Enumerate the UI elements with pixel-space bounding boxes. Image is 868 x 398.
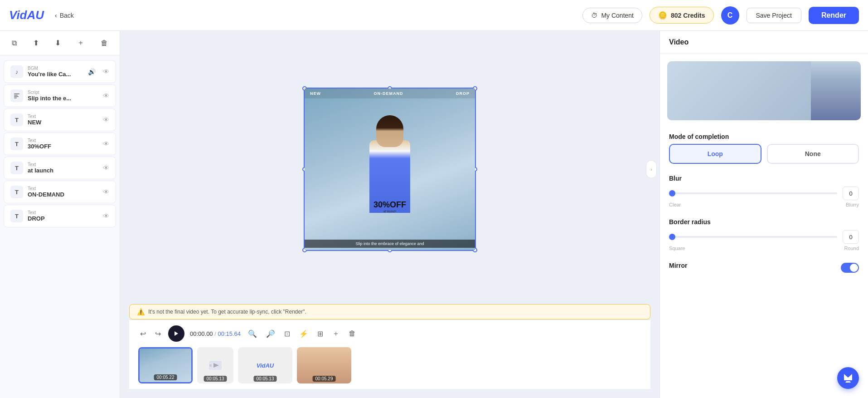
- zoom-in-button[interactable]: 🔎: [264, 328, 277, 340]
- svg-marker-4: [175, 331, 178, 336]
- border-radius-min-label: Square: [669, 246, 685, 251]
- zoom-out-button[interactable]: 🔍: [246, 328, 259, 340]
- layer-item-script[interactable]: Script Slip into the e... 👁: [4, 84, 116, 107]
- delete-clip-button[interactable]: 🗑: [347, 328, 358, 339]
- layer-item-text-launch[interactable]: T Text at launch 👁: [4, 157, 116, 179]
- layer-type-text-drop: Text: [28, 210, 98, 215]
- split-button[interactable]: ⚡: [297, 328, 310, 340]
- border-radius-max-label: Round: [844, 246, 859, 251]
- visibility-icon-text-launch[interactable]: 👁: [103, 164, 109, 172]
- layer-toolbar: ⧉ ⬆ ⬇ ＋ 🗑: [0, 31, 120, 55]
- header-left: VidAU ‹ Back: [9, 8, 74, 22]
- layer-info-text-30off: Text 30%OFF: [28, 138, 98, 150]
- save-project-button[interactable]: Save Project: [747, 8, 801, 23]
- video-thumb-left: [667, 61, 811, 120]
- avatar[interactable]: C: [721, 6, 739, 25]
- layer-info-text-new: Text NEW: [28, 114, 98, 126]
- mode-label: Mode of completion: [660, 128, 868, 144]
- thumbnails: 00:05.22 00:05.13 VidAU 00:05.13 00:: [138, 347, 641, 383]
- play-button[interactable]: [168, 325, 184, 342]
- credits-button[interactable]: 🪙 802 Credits: [650, 7, 713, 24]
- layer-item-text-drop[interactable]: T Text DROP 👁: [4, 205, 116, 227]
- thumb-time-2: 00:05.13: [254, 376, 277, 382]
- visibility-icon-text-30off[interactable]: 👁: [103, 140, 109, 147]
- layer-item-bgm[interactable]: ♪ BGM You're like Ca... 🔊 👁: [4, 60, 116, 83]
- render-button[interactable]: Render: [809, 7, 859, 24]
- back-button[interactable]: ‹ Back: [55, 12, 74, 19]
- border-radius-label: Border radius: [669, 218, 859, 226]
- blur-label: Blur: [669, 175, 859, 182]
- layer-item-text-ondemand[interactable]: T Text ON-DEMAND 👁: [4, 181, 116, 203]
- mirror-toggle[interactable]: [841, 263, 859, 273]
- text-icon-30off: T: [10, 138, 23, 150]
- visibility-icon-text-ondemand[interactable]: 👁: [103, 188, 109, 196]
- warning-bar: ⚠️ It's not the final video yet. To get …: [129, 304, 650, 319]
- thumbnail-2[interactable]: VidAU 00:05.13: [238, 347, 292, 383]
- delete-layer-tool-button[interactable]: 🗑: [98, 36, 111, 50]
- border-radius-range-labels: Square Round: [669, 246, 859, 251]
- video-thumbnail-container: [667, 61, 861, 120]
- add-clip-button[interactable]: ＋: [330, 327, 341, 340]
- canvas-area: › NEW ON-DEMAND DROP: [120, 31, 659, 398]
- border-radius-slider-thumb[interactable]: [669, 234, 675, 240]
- align-down-tool-button[interactable]: ⬇: [52, 36, 63, 50]
- blur-slider-track[interactable]: [669, 192, 837, 194]
- clock-icon: ⏱: [591, 12, 597, 19]
- chat-button[interactable]: [837, 367, 859, 389]
- visibility-icon-text-drop[interactable]: 👁: [103, 212, 109, 220]
- redo-button[interactable]: ↪: [153, 328, 163, 340]
- add-layer-tool-button[interactable]: ＋: [74, 35, 87, 50]
- thumbnail-3[interactable]: 00:05.29: [297, 347, 351, 383]
- svg-rect-3: [14, 98, 17, 98]
- price-display: 30%OFF: [373, 200, 406, 210]
- thumb-time-3: 00:05.29: [313, 376, 336, 382]
- canvas-wrapper: › NEW ON-DEMAND DROP: [129, 40, 650, 299]
- canvas-frame[interactable]: NEW ON-DEMAND DROP 30%: [304, 88, 476, 251]
- text-icon-ondemand: T: [10, 186, 23, 198]
- visibility-icon-text-new[interactable]: 👁: [103, 116, 109, 123]
- thumbnail-0[interactable]: 00:05.22: [138, 347, 193, 383]
- blur-slider-thumb[interactable]: [669, 190, 675, 197]
- thumbnail-1[interactable]: 00:05.13: [197, 347, 233, 383]
- right-panel-header: Video: [660, 31, 868, 54]
- mirror-section: Mirror: [660, 258, 868, 281]
- coin-icon: 🪙: [658, 11, 667, 20]
- main-content: ⧉ ⬆ ⬇ ＋ 🗑 ♪ BGM You're like Ca... 🔊 👁: [0, 31, 868, 398]
- duplicate-tool-button[interactable]: ⧉: [9, 36, 19, 50]
- right-panel: Video Mode of completion Loop None Blur: [659, 31, 868, 398]
- layer-item-text-30off[interactable]: T Text 30%OFF 👁: [4, 133, 116, 155]
- timeline: ↩ ↪ 00:00.00 / 00:15.64 🔍 🔎 ⊡ ⚡ ⊞ ＋ 🗑: [129, 319, 650, 389]
- layer-type-bgm: BGM: [28, 66, 83, 71]
- text-icon-new: T: [10, 113, 23, 126]
- thumb-time-1: 00:05.13: [204, 376, 227, 382]
- layer-name-text-launch: at launch: [28, 167, 98, 174]
- my-content-button[interactable]: ⏱ My Content: [582, 8, 642, 23]
- loop-mode-button[interactable]: Loop: [669, 144, 761, 164]
- align-up-tool-button[interactable]: ⬆: [30, 36, 42, 50]
- layer-info-script: Script Slip into the e...: [28, 90, 98, 102]
- preview-label-ondemand: ON-DEMAND: [373, 91, 403, 96]
- text-icon-launch: T: [10, 162, 23, 174]
- layer-name-text-drop: DROP: [28, 215, 98, 222]
- border-radius-value-display[interactable]: 0: [843, 230, 859, 244]
- preview-label-drop: DROP: [456, 91, 470, 96]
- blur-slider-row: 0: [669, 187, 859, 200]
- layer-name-text-new: NEW: [28, 119, 98, 126]
- logo: VidAU: [9, 8, 44, 22]
- none-mode-button[interactable]: None: [767, 144, 859, 164]
- script-icon: [10, 89, 23, 102]
- visibility-icon-bgm[interactable]: 👁: [103, 68, 109, 75]
- layer-item-text-new[interactable]: T Text NEW 👁: [4, 108, 116, 131]
- border-radius-slider-track[interactable]: [669, 236, 837, 238]
- undo-button[interactable]: ↩: [138, 328, 148, 340]
- visibility-icon-script[interactable]: 👁: [103, 92, 109, 99]
- fit-button[interactable]: ⊡: [282, 328, 292, 340]
- layer-type-script: Script: [28, 90, 98, 95]
- preview-person-area: 30%OFF at launch: [305, 98, 475, 250]
- video-thumb-right: [811, 61, 861, 120]
- blur-value-display[interactable]: 0: [843, 187, 859, 200]
- panel-collapse-button[interactable]: ›: [646, 160, 657, 178]
- trim-button[interactable]: ⊞: [315, 328, 325, 340]
- time-display: 00:00.00 / 00:15.64: [190, 330, 241, 337]
- volume-icon[interactable]: 🔊: [88, 68, 96, 75]
